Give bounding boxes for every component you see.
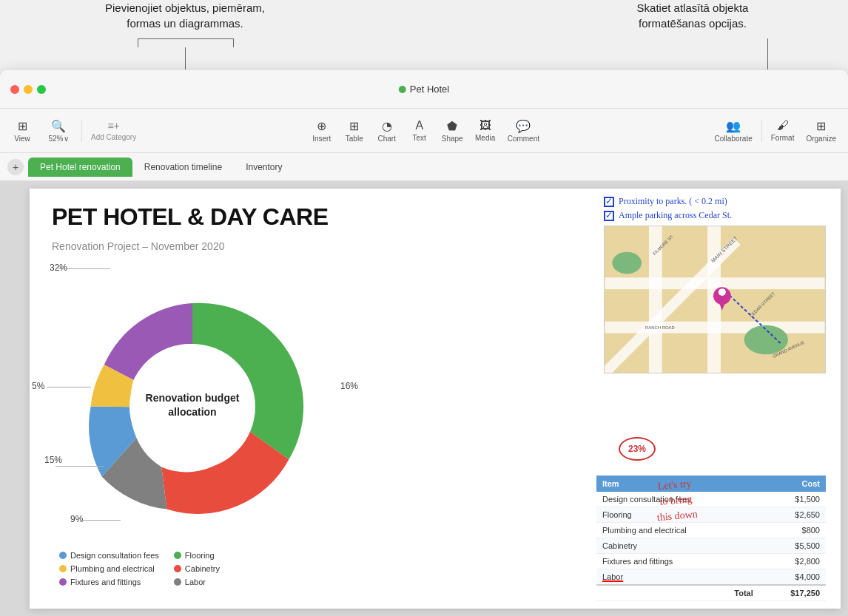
legend-design: Design consultation fees [59,551,159,560]
tabbar: + Pet Hotel renovation Renovation timeli… [0,153,848,181]
chart-icon: ◔ [382,119,392,133]
insert-button[interactable]: ⊕ Insert [306,116,338,146]
annotation-line-left [185,47,186,70]
minimize-button[interactable] [24,85,33,94]
legend-dot-labor [174,578,181,586]
legend-dot-plumbing [59,565,67,572]
svg-point-7 [612,252,642,274]
add-tab-button[interactable]: + [7,159,24,175]
legend-fixtures: Fixtures and fittings [59,578,159,586]
pct-9: 9% [70,514,83,524]
format-icon: 🖌 [777,119,789,132]
tab-pet-hotel-renovation[interactable]: Pet Hotel renovation [28,158,132,177]
tab-renovation-timeline[interactable]: Renovation timeline [132,158,234,177]
table-cell-labor-item: Labor [596,569,759,586]
table-row: Fixtures and fittings $2,800 [596,554,826,569]
pct-5: 5% [32,381,44,391]
table-cell-cost: $800 [759,523,826,538]
annotation-bracket-left [138,38,234,47]
add-category-icon: ≡+ [107,120,119,132]
title-dot-icon [399,86,406,93]
view-icon: ⊞ [18,119,27,133]
table-cell-labor-cost: $4,000 [759,569,826,586]
separator-2 [761,120,762,142]
pct-23-circle: 23% [619,437,656,461]
canvas-area: PET HOTEL & DAY CARE Renovation Project … [0,181,848,616]
comment-button[interactable]: 💬 Comment [502,116,545,146]
donut-chart: .donut-segment { transition: opacity 0.2… [44,259,340,555]
table-cell-item: Plumbing and electrical [596,523,759,538]
svg-point-15 [719,288,726,296]
table-row-total: Total $17,250 [596,585,826,601]
shape-icon: ⬟ [447,119,457,133]
annotation-line-right [767,38,768,70]
legend-dot-flooring [174,552,181,559]
table-row: Flooring $2,650 [596,507,826,523]
legend-cabinetry: Cabinetry [174,564,220,573]
add-category-button[interactable]: ≡+ Add Category [85,117,142,144]
legend-plumbing: Plumbing and electrical [59,564,159,573]
table-button[interactable]: ⊞ Table [338,116,371,146]
insert-icon: ⊕ [317,119,326,133]
comment-icon: 💬 [516,119,531,133]
toolbar: ⊞ View 🔍 52%∨ ≡+ Add Category ⊕ Insert ⊞… [0,109,848,153]
checkbox-1[interactable] [604,197,614,207]
tab-inventory[interactable]: Inventory [234,158,294,177]
pct-16: 16% [340,381,358,391]
legend-dot-cabinetry [174,565,181,572]
zoom-button[interactable]: 🔍 52%∨ [38,116,78,146]
window-title: Pet Hotel [410,84,449,95]
close-button[interactable] [10,85,19,94]
table-header-cost: Cost [759,475,826,492]
svg-text:allocation: allocation [168,406,216,418]
legend-labor: Labor [174,578,220,586]
line-9 [80,520,121,521]
maximize-button[interactable] [37,85,46,94]
handwritten-note: Let's try to bring this down [654,475,699,526]
svg-text:RANCH ROAD: RANCH ROAD [645,325,675,330]
table-row: Plumbing and electrical $800 [596,523,826,538]
pct-32: 32% [50,263,67,273]
checklist-item-1: Proximity to parks. ( < 0.2 mi) [604,196,826,207]
separator-1 [81,120,82,142]
checkbox-2[interactable] [604,211,614,221]
table-icon: ⊞ [349,119,359,133]
window-controls [0,85,46,94]
pct-15: 15% [44,455,62,465]
chart-button[interactable]: ◔ Chart [371,116,403,146]
table-cell-cost: $1,500 [759,492,826,507]
titlebar: Pet Hotel [0,70,848,109]
shape-button[interactable]: ⬟ Shape [436,116,469,146]
line-5 [47,387,91,387]
view-button[interactable]: ⊞ View [6,116,38,146]
checklist-item-2: Ample parking across Cedar St. [604,210,826,221]
table-cell-item: Fixtures and fittings [596,554,759,569]
svg-rect-4 [605,322,825,334]
table-cell-cost: $2,650 [759,507,826,523]
media-button[interactable]: 🖼 Media [469,116,502,145]
window-title-area: Pet Hotel [399,84,449,95]
line-32 [58,268,110,269]
slide-canvas[interactable]: PET HOTEL & DAY CARE Renovation Project … [30,189,841,609]
table-row-labor: Labor $4,000 [596,569,826,586]
legend-col-2: Flooring Cabinetry Labor [174,551,220,586]
organize-icon: ⊞ [816,119,826,133]
text-button[interactable]: A Text [403,116,436,145]
organize-button[interactable]: ⊞ Organize [800,116,842,146]
svg-text:Renovation budget: Renovation budget [146,392,240,404]
cost-table: Item Cost Design consultation fees $1,50… [596,475,826,601]
table-cell-cost: $2,800 [759,554,826,569]
media-icon: 🖼 [479,119,491,132]
collaborate-button[interactable]: 👥 Collaborate [709,116,758,146]
legend-dot-design [59,552,67,559]
main-window: Pet Hotel ⊞ View 🔍 52%∨ ≡+ Add Category … [0,70,848,616]
table-cell-total-value: $17,250 [759,585,826,601]
zoom-icon: 🔍 [51,119,66,133]
map-image: MAIN STREET FILMORE ST. RANCH ROAD CEDAR… [604,226,826,373]
table-cell-total-label: Total [596,585,759,601]
chart-legend: Design consultation fees Plumbing and el… [59,551,220,586]
legend-flooring: Flooring [174,551,220,560]
table-cell-item: Cabinetry [596,538,759,554]
checklist: Proximity to parks. ( < 0.2 mi) Ample pa… [604,196,826,224]
format-button[interactable]: 🖌 Format [765,116,801,145]
